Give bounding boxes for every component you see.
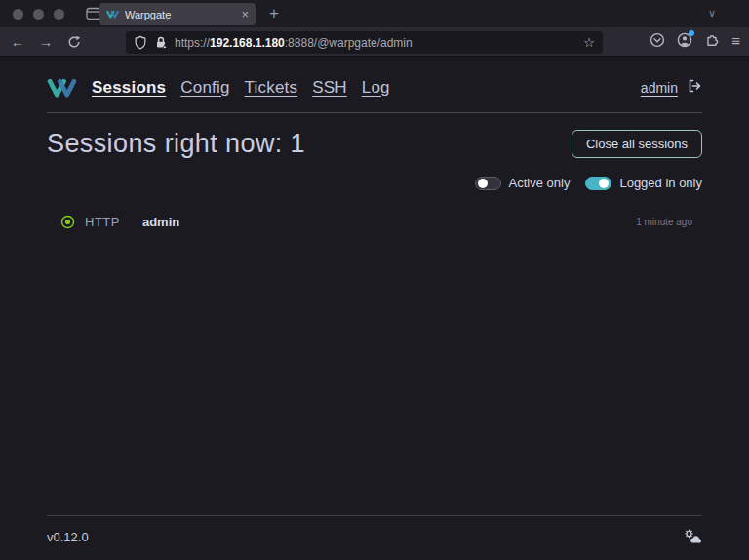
- window-minimize-button[interactable]: [33, 9, 44, 20]
- nav-link-log[interactable]: Log: [362, 78, 390, 98]
- new-tab-button[interactable]: +: [269, 4, 279, 23]
- nav-link-config[interactable]: Config: [180, 78, 229, 98]
- logout-icon[interactable]: [687, 78, 702, 98]
- toggle-active-only-label: Active only: [509, 176, 571, 190]
- tab-close-icon[interactable]: ×: [241, 8, 249, 20]
- browser-tab-bar: Warpgate × + ∨: [0, 0, 749, 27]
- close-all-sessions-button[interactable]: Close all sessions: [572, 130, 702, 158]
- warpgate-favicon-icon: [106, 10, 119, 20]
- url-text[interactable]: https://192.168.1.180:8888/@warpgate/adm…: [175, 36, 583, 50]
- session-live-status-icon: [60, 215, 75, 229]
- app-header: Sessions Config Tickets SSH Log admin: [47, 57, 702, 102]
- nav-link-sessions[interactable]: Sessions: [92, 78, 166, 98]
- user-profile-link[interactable]: admin: [641, 80, 678, 96]
- header-divider: [47, 112, 702, 113]
- browser-tab-warpgate[interactable]: Warpgate ×: [99, 3, 256, 25]
- toggle-logged-in-only-label: Logged in only: [619, 176, 702, 190]
- toggle-active-only[interactable]: [475, 177, 501, 190]
- reload-icon[interactable]: [67, 35, 81, 49]
- extensions-puzzle-icon[interactable]: [704, 32, 720, 48]
- tab-title: Warpgate: [125, 9, 241, 20]
- tracking-shield-icon[interactable]: [134, 35, 147, 50]
- menu-hamburger-icon[interactable]: ≡: [731, 33, 740, 48]
- url-bar[interactable]: https://192.168.1.180:8888/@warpgate/adm…: [126, 31, 603, 54]
- app-footer: v0.12.0: [47, 515, 702, 544]
- session-filters: Active only Logged in only: [47, 176, 702, 190]
- forward-button[interactable]: →: [39, 35, 53, 49]
- session-age: 1 minute ago: [636, 217, 692, 227]
- url-domain: 192.168.1.180: [210, 36, 285, 50]
- theme-toggle-icon[interactable]: [684, 529, 702, 544]
- nav-user-area: admin: [641, 78, 702, 98]
- back-button[interactable]: ←: [11, 35, 24, 49]
- connection-lock-warning-icon[interactable]: [154, 35, 168, 50]
- session-row[interactable]: HTTP admin 1 minute ago: [47, 215, 702, 229]
- pocket-icon[interactable]: [650, 32, 665, 48]
- warpgate-admin-page: Sessions Config Tickets SSH Log admin: [0, 57, 749, 560]
- page-title: Sessions right now: 1: [47, 129, 305, 159]
- nav-link-ssh[interactable]: SSH: [312, 78, 347, 98]
- session-protocol: HTTP: [85, 215, 120, 229]
- window-close-button[interactable]: [13, 9, 23, 20]
- url-path: :8888/@warpgate/admin: [285, 36, 413, 50]
- window-zoom-button[interactable]: [54, 9, 64, 20]
- account-notification-dot: [689, 30, 694, 36]
- url-protocol: https://: [175, 36, 210, 50]
- session-username: admin: [142, 215, 179, 229]
- toggle-knob: [599, 179, 609, 188]
- nav-link-tickets[interactable]: Tickets: [245, 78, 298, 98]
- toggle-logged-in-only[interactable]: [585, 177, 611, 190]
- window-controls[interactable]: [13, 9, 64, 20]
- app-version: v0.12.0: [47, 530, 89, 544]
- toolbar-right-icons: ≡: [650, 32, 740, 48]
- main-nav: Sessions Config Tickets SSH Log: [92, 78, 390, 98]
- toggle-knob: [478, 179, 488, 188]
- account-icon[interactable]: [677, 32, 692, 48]
- bookmark-star-icon[interactable]: ☆: [583, 35, 595, 50]
- tab-list-chevron-icon[interactable]: ∨: [708, 7, 716, 20]
- warpgate-logo-icon[interactable]: [47, 78, 77, 99]
